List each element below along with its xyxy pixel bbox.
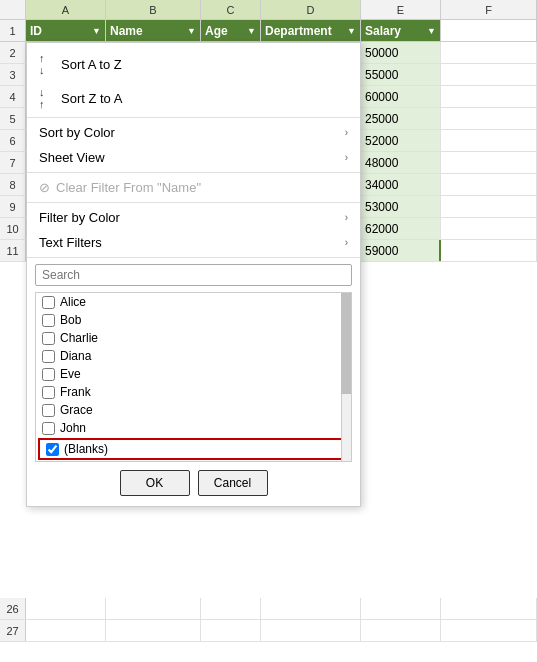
checkbox-frank[interactable] xyxy=(42,386,55,399)
chevron-right-icon: › xyxy=(345,127,348,138)
menu-item-sort-az[interactable]: ↑↓ Sort A to Z xyxy=(27,47,360,81)
cell-6e: 52000 xyxy=(361,130,441,151)
search-container xyxy=(27,260,360,290)
header-id[interactable]: ID ▼ xyxy=(26,20,106,41)
ok-button[interactable]: OK xyxy=(120,470,190,496)
cell-11f xyxy=(441,240,537,261)
cell-3e: 55000 xyxy=(361,64,441,85)
cell-27b xyxy=(106,620,201,641)
list-item-blanks[interactable]: (Blanks) xyxy=(38,438,349,460)
header-age-arrow[interactable]: ▼ xyxy=(247,26,256,36)
cell-7e: 48000 xyxy=(361,152,441,173)
header-salary-label: Salary xyxy=(365,24,401,38)
col-letter-a: A xyxy=(26,0,106,19)
header-department[interactable]: Department ▼ xyxy=(261,20,361,41)
cancel-button[interactable]: Cancel xyxy=(198,470,268,496)
header-row: 1 ID ▼ Name ▼ Age ▼ Department ▼ Salary … xyxy=(0,20,537,42)
clear-filter-icon: ⊘ xyxy=(39,180,50,195)
col-letter-e: E xyxy=(361,0,441,19)
checkbox-charlie[interactable] xyxy=(42,332,55,345)
menu-divider-4 xyxy=(27,257,360,258)
cell-26b xyxy=(106,598,201,619)
checkbox-label-charlie: Charlie xyxy=(60,331,98,345)
list-item[interactable]: Diana xyxy=(36,347,351,365)
cell-4e: 60000 xyxy=(361,86,441,107)
list-item[interactable]: Charlie xyxy=(36,329,351,347)
cell-6f xyxy=(441,130,537,151)
checkbox-blanks[interactable] xyxy=(46,443,59,456)
checkbox-eve[interactable] xyxy=(42,368,55,381)
cell-26a xyxy=(26,598,106,619)
menu-item-sort-color[interactable]: Sort by Color › xyxy=(27,120,360,145)
header-id-arrow[interactable]: ▼ xyxy=(92,26,101,36)
menu-divider-3 xyxy=(27,202,360,203)
row-num-7: 7 xyxy=(0,152,26,173)
header-id-label: ID xyxy=(30,24,42,38)
checkbox-bob[interactable] xyxy=(42,314,55,327)
checkbox-john[interactable] xyxy=(42,422,55,435)
checkbox-label-bob: Bob xyxy=(60,313,81,327)
list-item[interactable]: Eve xyxy=(36,365,351,383)
cell-3f xyxy=(441,64,537,85)
list-item[interactable]: Frank xyxy=(36,383,351,401)
cell-8f xyxy=(441,174,537,195)
row-num-2: 2 xyxy=(0,42,26,63)
checkbox-label-eve: Eve xyxy=(60,367,81,381)
row-num-spacer xyxy=(0,0,26,19)
checkbox-alice[interactable] xyxy=(42,296,55,309)
menu-label-sort-az: Sort A to Z xyxy=(61,57,122,72)
checkbox-label-frank: Frank xyxy=(60,385,91,399)
scrollbar-thumb[interactable] xyxy=(341,293,351,394)
row-num-26: 26 xyxy=(0,598,26,619)
chevron-right-icon: › xyxy=(345,212,348,223)
col-letter-d: D xyxy=(261,0,361,19)
list-item[interactable]: Alice xyxy=(36,293,351,311)
menu-item-text-filters[interactable]: Text Filters › xyxy=(27,230,360,255)
header-salary[interactable]: Salary ▼ xyxy=(361,20,441,41)
menu-item-sheet-view[interactable]: Sheet View › xyxy=(27,145,360,170)
filter-dropdown-menu: ↑↓ Sort A to Z ↓↑ Sort Z to A Sort by Co… xyxy=(26,42,361,507)
header-department-arrow[interactable]: ▼ xyxy=(347,26,356,36)
menu-label-sheet-view: Sheet View xyxy=(39,150,105,165)
menu-item-filter-color[interactable]: Filter by Color › xyxy=(27,205,360,230)
row-num-10: 10 xyxy=(0,218,26,239)
search-input[interactable] xyxy=(35,264,352,286)
row-num-27: 27 xyxy=(0,620,26,641)
checkbox-list[interactable]: Alice Bob Charlie Diana Eve xyxy=(35,292,352,462)
row-num-5: 5 xyxy=(0,108,26,129)
cell-9e: 53000 xyxy=(361,196,441,217)
header-name[interactable]: Name ▼ xyxy=(106,20,201,41)
menu-label-sort-za: Sort Z to A xyxy=(61,91,122,106)
header-age[interactable]: Age ▼ xyxy=(201,20,261,41)
menu-label-clear-filter: Clear Filter From "Name" xyxy=(56,180,201,195)
table-row: 27 xyxy=(0,620,537,642)
menu-item-clear-filter[interactable]: ⊘ Clear Filter From "Name" xyxy=(27,175,360,200)
list-item[interactable]: John xyxy=(36,419,351,437)
list-item[interactable]: Grace xyxy=(36,401,351,419)
list-item[interactable]: Bob xyxy=(36,311,351,329)
table-row: 26 xyxy=(0,598,537,620)
cell-26d xyxy=(261,598,361,619)
sort-za-icon: ↓↑ xyxy=(39,86,55,110)
cell-26c xyxy=(201,598,261,619)
cell-27e xyxy=(361,620,441,641)
scrollbar-track[interactable] xyxy=(341,293,351,461)
col-letter-f: F xyxy=(441,0,537,19)
cell-7f xyxy=(441,152,537,173)
header-salary-arrow[interactable]: ▼ xyxy=(427,26,436,36)
cell-26e xyxy=(361,598,441,619)
row-num-8: 8 xyxy=(0,174,26,195)
cell-27f xyxy=(441,620,537,641)
cell-4f xyxy=(441,86,537,107)
cell-9f xyxy=(441,196,537,217)
row-num-6: 6 xyxy=(0,130,26,151)
col-letter-headers: A B C D E F xyxy=(0,0,537,20)
menu-item-sort-za[interactable]: ↓↑ Sort Z to A xyxy=(27,81,360,115)
cell-11e: 59000 xyxy=(361,240,441,261)
checkbox-grace[interactable] xyxy=(42,404,55,417)
header-name-arrow[interactable]: ▼ xyxy=(187,26,196,36)
checkbox-diana[interactable] xyxy=(42,350,55,363)
cell-27d xyxy=(261,620,361,641)
bottom-rows: 26 27 xyxy=(0,598,537,642)
cell-2f xyxy=(441,42,537,63)
